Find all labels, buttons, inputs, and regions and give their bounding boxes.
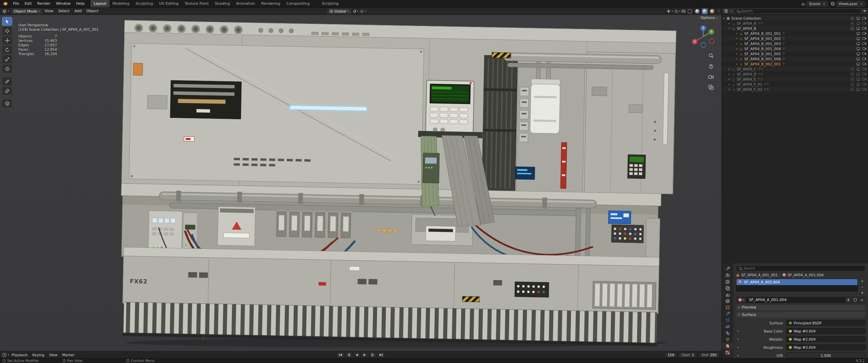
expand-icon[interactable]: ▾ [727, 27, 731, 30]
material-users-button[interactable]: 8 [845, 297, 852, 303]
outliner-row[interactable]: ▸ △ SF_AP04_A ▽▽ ✓ [722, 21, 868, 26]
outliner-search[interactable] [734, 8, 861, 14]
render-visibility-icon[interactable] [862, 83, 865, 85]
menu-file[interactable]: File [10, 0, 22, 7]
breadcrumb-object[interactable]: SF_AP04_A_001_001 [741, 273, 778, 277]
viewport-visibility-icon[interactable] [856, 22, 860, 24]
render-visibility-icon[interactable] [862, 73, 865, 75]
menu-window[interactable]: Window [53, 0, 73, 7]
transform-tool[interactable] [2, 64, 12, 73]
tab-sculpting[interactable]: Sculpting [133, 0, 156, 7]
surface-panel-header[interactable]: ▾ Surface [736, 312, 865, 318]
render-visibility-icon[interactable] [862, 52, 865, 55]
expand-icon[interactable]: ▸ [735, 47, 739, 50]
outliner-row[interactable]: ▸ △ SF_AP04_E ▽▽ ✓ [722, 77, 868, 82]
viewport-visibility-icon[interactable] [856, 27, 860, 29]
roughness-input[interactable]: Map #3.004 [786, 344, 865, 350]
tab-object[interactable] [722, 304, 733, 311]
add-cube-tool[interactable] [2, 99, 12, 108]
outliner-row[interactable]: ▸ △ SF_AP04_B_001_004 ▽ [722, 46, 868, 51]
jump-to-start-button[interactable] [337, 352, 344, 358]
unlink-viewlayer-icon[interactable]: × [860, 2, 863, 6]
render-visibility-icon[interactable] [862, 27, 865, 29]
tab-modeling[interactable]: Modeling [110, 0, 133, 7]
camera-view-icon[interactable] [708, 74, 714, 80]
preview-panel-header[interactable]: ▸ Preview [736, 305, 865, 311]
tab-rendering[interactable]: Rendering [258, 0, 283, 7]
next-keyframe-button[interactable] [370, 352, 376, 358]
surface-shader-input[interactable]: Principled BSDF [786, 320, 865, 326]
tab-physics[interactable] [722, 323, 733, 330]
xray-toggle[interactable] [682, 10, 685, 13]
outliner-row[interactable]: ▸ △ SF_AP04_F_02 ▽▽ ✓ [722, 87, 868, 92]
mode-dropdown[interactable]: Object Mode▾ [12, 8, 42, 14]
menu-add[interactable]: Add [72, 8, 84, 15]
expand-icon[interactable]: ▸ [735, 42, 739, 45]
expand-icon[interactable]: ▸ [735, 58, 739, 60]
timeline-editor-icon[interactable] [2, 353, 7, 357]
viewport-visibility-icon[interactable] [856, 63, 860, 65]
outliner-row[interactable]: ▸ △ SF_AP04_B_001_006 ▽ [722, 56, 868, 61]
viewport-visibility-icon[interactable] [856, 83, 860, 85]
tab-object-data[interactable] [722, 336, 733, 343]
move-tool[interactable] [2, 36, 12, 45]
add-slot-button[interactable]: + [859, 279, 865, 284]
expand-icon[interactable]: ▸ [735, 52, 739, 55]
render-visibility-icon[interactable] [862, 78, 865, 80]
render-visibility-icon[interactable] [862, 37, 865, 40]
render-visibility-icon[interactable] [862, 68, 865, 70]
gizmo-toggle[interactable]: ▾ [667, 9, 673, 13]
viewport-visibility-icon[interactable] [856, 68, 860, 70]
slot-specials-button[interactable]: ▾ [859, 290, 865, 295]
expand-icon[interactable]: ▸ [727, 88, 731, 91]
tab-animation[interactable]: Animation [233, 0, 258, 7]
tab-output[interactable] [722, 278, 733, 285]
unlink-scene-icon[interactable]: × [823, 2, 825, 6]
viewport-visibility-icon[interactable] [856, 73, 860, 75]
metallic-input[interactable]: Map #2.004 [786, 336, 865, 342]
frame-start-field[interactable]: Start1 [679, 353, 697, 358]
expand-icon[interactable]: ▸ [727, 68, 731, 70]
outliner-row[interactable]: ▸ △ SF_AP04_C ▽▽ ✓ [722, 66, 868, 71]
outliner-row-scene-collection[interactable]: ▾ ▦ Scene Collection ✓ [722, 16, 868, 21]
shading-wireframe-button[interactable] [687, 8, 693, 14]
overlays-toggle[interactable]: ▾ [675, 10, 680, 13]
current-frame-field[interactable]: 159 [665, 353, 677, 358]
outliner-row[interactable]: ▸ △ SF_AP04_B_001_003 ▽ [722, 41, 868, 46]
tab-modifiers[interactable] [722, 311, 733, 317]
outliner-row[interactable]: ▸ △ SF_AP04_B_001_001 ▽ [722, 31, 868, 36]
remove-slot-button[interactable]: − [859, 284, 865, 290]
play-button[interactable] [361, 352, 368, 358]
expand-icon[interactable]: ▸ [727, 78, 731, 81]
exclude-checkbox[interactable]: ✓ [851, 88, 854, 91]
exclude-checkbox[interactable]: ✓ [851, 22, 854, 25]
tab-constraints[interactable] [722, 330, 733, 336]
menu-render[interactable]: Render [35, 0, 53, 7]
viewport-visibility-icon[interactable] [856, 78, 860, 80]
play-reverse-button[interactable] [353, 352, 360, 358]
measure-tool[interactable] [2, 86, 12, 95]
render-visibility-icon[interactable] [862, 63, 865, 65]
tab-compositing[interactable]: Compositing [283, 0, 313, 7]
tab-world[interactable] [722, 298, 733, 304]
render-visibility-icon[interactable] [862, 17, 865, 19]
outliner-row[interactable]: ▸ △ SF_AP04_B_001_002 ▽ [722, 36, 868, 41]
perspective-toggle-icon[interactable] [708, 84, 714, 90]
shading-material-button[interactable] [702, 8, 708, 14]
tab-view-layer[interactable] [722, 285, 733, 291]
render-visibility-icon[interactable] [862, 47, 865, 50]
editor-type-button[interactable]: ▾ [2, 9, 9, 14]
tab-particles[interactable] [722, 317, 733, 323]
navigation-gizmo[interactable]: Z Y X [690, 24, 716, 49]
tab-uv-editing[interactable]: UV Editing [156, 0, 181, 7]
snap-toggle[interactable]: ▾ [353, 10, 359, 13]
outliner-row[interactable]: ▸ △ SF_AP04_B_001_005 ▽ [722, 51, 868, 56]
tab-layout[interactable]: Layout [91, 0, 109, 7]
breadcrumb-material[interactable]: SF_AP04_A_001.004 [788, 273, 824, 277]
fake-user-shield-icon[interactable] [852, 297, 859, 303]
material-slot-selected[interactable]: SF_AP04_A_003.004 [736, 279, 857, 285]
render-visibility-icon[interactable] [862, 88, 865, 90]
expand-icon[interactable]: ▸ [735, 32, 739, 35]
exclude-checkbox[interactable]: ✓ [851, 78, 854, 81]
scene-name-field[interactable]: Scene× [807, 1, 828, 7]
